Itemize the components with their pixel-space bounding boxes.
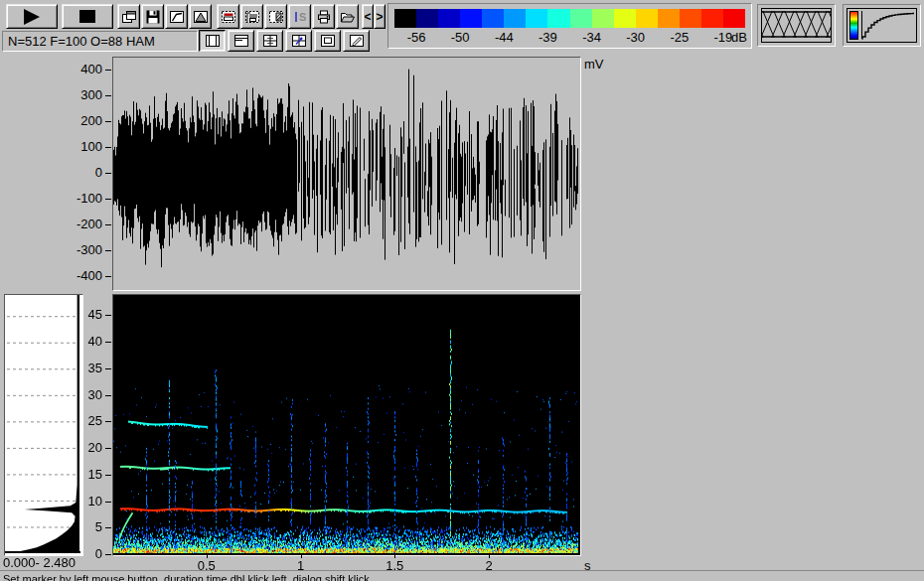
layout-columns-icon [205, 34, 221, 48]
spec-ytick [105, 502, 111, 503]
spec-ytick [105, 395, 111, 396]
wave-ytick-label: -100 [58, 191, 102, 206]
spec-ytick-label: 40 [58, 334, 102, 349]
cascade-windows-button[interactable] [117, 4, 140, 29]
marker-start-button[interactable] [217, 4, 239, 29]
stop-button[interactable] [62, 4, 113, 29]
colorbar-cell [460, 9, 482, 28]
nav-next-icon: > [376, 11, 383, 23]
wave-ytick-label: 300 [58, 87, 102, 102]
marker-start-icon [221, 10, 236, 24]
marker-region-button[interactable] [264, 4, 287, 29]
transfer-curve-button[interactable] [165, 4, 188, 29]
wave-ytick [105, 250, 111, 251]
status-bar: Set marker by left mouse button, duratio… [0, 570, 924, 581]
nav-prev-icon: < [364, 11, 371, 23]
colorbar-cell [658, 9, 680, 28]
spec-ytick [105, 368, 111, 369]
waveform-plot[interactable] [112, 57, 581, 291]
colorbar-cell [416, 9, 438, 28]
wave-ytick-label: -400 [58, 268, 102, 283]
nav-next-button[interactable]: > [374, 4, 385, 29]
analysis-settings-readout: N=512 F=100 O=88 HAM [2, 31, 198, 52]
window-overlap-pattern [761, 8, 832, 43]
transfer-function-box [843, 4, 921, 47]
save-icon [145, 10, 161, 24]
wave-ytick [105, 147, 111, 148]
spec-ytick [105, 475, 111, 476]
layout-rows-icon [233, 34, 249, 48]
analysis-range-label: 0.000- 2.480 [3, 555, 76, 570]
colorbar-cell [547, 9, 569, 28]
save-button[interactable] [141, 4, 164, 29]
play-icon [24, 9, 40, 25]
colorbar-cell [592, 9, 614, 28]
spec-ytick [105, 527, 111, 528]
db-unit-label: dB [731, 30, 747, 45]
db-colorbar-strip [394, 9, 745, 28]
colorbar-cell [526, 9, 547, 28]
spec-ytick-label: 15 [58, 467, 102, 482]
wave-ytick-label: -200 [58, 217, 102, 231]
colorbar-cell [680, 9, 701, 28]
window-function-button[interactable] [189, 4, 212, 29]
colorbar-cell [438, 9, 460, 28]
layout-columns-button[interactable] [199, 30, 226, 52]
colorbar-label: -50 [451, 30, 470, 45]
wave-ytick-label: 400 [58, 62, 102, 76]
marker-left-icon [244, 10, 260, 24]
spectrogram-display[interactable] [113, 295, 578, 553]
nav-prev-button[interactable]: < [362, 4, 374, 29]
spec-ytick-label: 5 [58, 519, 102, 534]
colorbar-cell [614, 9, 636, 28]
crosshatch-pattern-icon [762, 9, 831, 42]
colorbar-label: -44 [495, 30, 514, 45]
wave-ytick [105, 173, 111, 174]
waveform-display[interactable] [113, 58, 578, 288]
spec-ytick [105, 342, 111, 343]
annotate-icon [349, 34, 365, 48]
transfer-curve-icon [169, 10, 185, 24]
wave-ytick-label: 100 [58, 139, 102, 154]
wave-ytick-label: 0 [58, 165, 102, 180]
transfer-curve-display [847, 9, 916, 42]
analysis-settings-text: N=512 F=100 O=88 HAM [8, 34, 155, 49]
play-button[interactable] [6, 4, 58, 29]
layout-rows-button[interactable] [228, 30, 254, 52]
spec-ytick [105, 448, 111, 449]
spec-ytick [105, 554, 111, 555]
layout-quad-icon [262, 34, 278, 48]
layout-quad-arrow-icon [291, 34, 307, 48]
print-button[interactable] [312, 4, 335, 29]
colorbar-label: -25 [670, 30, 689, 45]
window-function-icon [193, 10, 209, 24]
wave-ytick [105, 95, 111, 96]
open-button[interactable] [336, 4, 359, 29]
layout-single-icon [320, 34, 336, 48]
colorbar-label: -34 [582, 30, 601, 45]
spec-ytick-label: 25 [58, 413, 102, 428]
stop-icon [79, 10, 95, 23]
layout-quad-button[interactable] [256, 30, 283, 52]
wave-ytick-label: -300 [58, 242, 102, 257]
spectrogram-app: S < > N=512 F=100 O=88 HAM [0, 0, 924, 581]
spec-ytick-label: 10 [58, 494, 102, 508]
marker-region-icon [268, 10, 284, 24]
spec-ytick-label: 45 [58, 307, 102, 322]
open-icon [340, 10, 356, 24]
transfer-function-display [847, 8, 917, 43]
spec-ytick [105, 315, 111, 316]
status-bar-text: Set marker by left mouse button, duratio… [3, 572, 370, 581]
colorbar-label: -19 [714, 30, 733, 45]
wave-ytick [105, 121, 111, 122]
colorbar-label: -39 [539, 30, 557, 45]
layout-single-button[interactable] [314, 30, 341, 52]
annotate-button[interactable] [343, 30, 370, 52]
colorbar-cell [570, 9, 592, 28]
layout-quad-arrow-button[interactable] [285, 30, 312, 52]
marker-left-button[interactable] [240, 4, 263, 29]
spectrogram-plot[interactable] [112, 294, 581, 556]
wave-ytick [105, 224, 111, 225]
wave-ytick [105, 199, 111, 200]
spectrum-section-button[interactable]: S [288, 4, 311, 29]
